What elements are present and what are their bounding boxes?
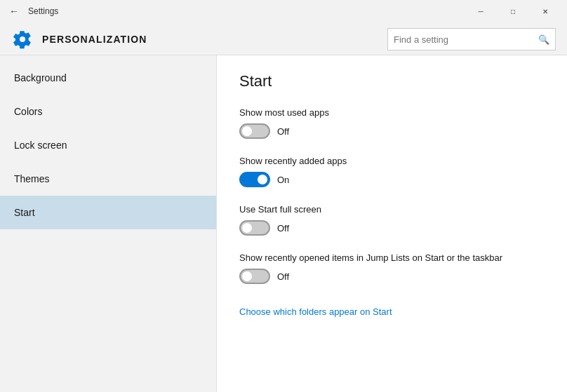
sidebar: Background Colors Lock screen Themes Sta… <box>0 55 216 392</box>
toggle-thumb-show-recently-opened <box>242 271 252 281</box>
setting-use-start-fullscreen: Use Start full screen Off <box>239 204 545 236</box>
setting-label-show-recently-added: Show recently added apps <box>239 156 545 166</box>
sidebar-item-label-lock-screen: Lock screen <box>14 140 67 151</box>
toggle-row-show-most-used: Off <box>239 123 545 139</box>
sidebar-item-themes[interactable]: Themes <box>0 162 216 196</box>
toggle-state-show-recently-added: On <box>277 175 289 185</box>
toggle-track-use-start-fullscreen <box>239 220 270 236</box>
choose-folders-link[interactable]: Choose which folders appear on Start <box>239 306 392 317</box>
close-button[interactable]: ✕ <box>529 0 561 22</box>
content-area: Start Show most used apps Off Show recen… <box>216 55 567 392</box>
search-input[interactable] <box>394 34 534 45</box>
setting-label-show-most-used: Show most used apps <box>239 107 545 118</box>
setting-label-use-start-fullscreen: Use Start full screen <box>239 204 545 215</box>
setting-show-recently-opened: Show recently opened items in Jump Lists… <box>239 252 545 284</box>
setting-show-most-used: Show most used apps Off <box>239 107 545 139</box>
toggle-state-show-most-used: Off <box>277 126 289 137</box>
sidebar-item-label-start: Start <box>14 207 35 218</box>
toggle-state-show-recently-opened: Off <box>277 271 289 282</box>
sidebar-item-background[interactable]: Background <box>0 61 216 95</box>
toggle-thumb-show-recently-added <box>258 175 267 184</box>
title-bar: ← Settings ─ □ ✕ <box>0 0 567 22</box>
toggle-state-use-start-fullscreen: Off <box>277 223 289 234</box>
search-icon: 🔍 <box>538 34 549 45</box>
toggle-thumb-use-start-fullscreen <box>242 223 252 233</box>
toggle-track-show-recently-opened <box>239 269 270 284</box>
toggle-track-show-most-used <box>239 123 270 139</box>
toggle-use-start-fullscreen[interactable] <box>239 220 270 236</box>
sidebar-item-start[interactable]: Start <box>0 196 216 229</box>
sidebar-item-colors[interactable]: Colors <box>0 95 216 128</box>
sidebar-item-lock-screen[interactable]: Lock screen <box>0 128 216 162</box>
window-title: Settings <box>28 6 58 16</box>
toggle-show-recently-opened[interactable] <box>239 269 270 284</box>
page-title: PERSONALIZATION <box>42 34 147 45</box>
main-layout: Background Colors Lock screen Themes Sta… <box>0 55 567 392</box>
back-button[interactable]: ← <box>6 3 22 20</box>
toggle-row-use-start-fullscreen: Off <box>239 220 545 236</box>
toggle-row-show-recently-opened: Off <box>239 269 545 284</box>
sidebar-item-label-background: Background <box>14 72 67 83</box>
toggle-show-most-used[interactable] <box>239 123 270 139</box>
gear-icon <box>11 28 34 50</box>
minimize-button[interactable]: ─ <box>465 0 497 22</box>
window-controls: ─ □ ✕ <box>465 0 561 22</box>
search-box[interactable]: 🔍 <box>387 28 556 50</box>
sidebar-item-label-colors: Colors <box>14 106 42 117</box>
top-area: PERSONALIZATION 🔍 <box>0 22 567 55</box>
toggle-show-recently-added[interactable] <box>239 172 270 187</box>
title-bar-left: ← Settings <box>6 3 465 20</box>
setting-label-show-recently-opened: Show recently opened items in Jump Lists… <box>239 252 545 263</box>
section-title: Start <box>239 72 545 90</box>
toggle-track-show-recently-added <box>239 172 270 187</box>
maximize-button[interactable]: □ <box>497 0 529 22</box>
toggle-thumb-show-most-used <box>242 126 252 136</box>
toggle-row-show-recently-added: On <box>239 172 545 187</box>
sidebar-item-label-themes: Themes <box>14 173 50 184</box>
setting-show-recently-added: Show recently added apps On <box>239 156 545 187</box>
header-row: PERSONALIZATION 🔍 <box>0 22 567 55</box>
